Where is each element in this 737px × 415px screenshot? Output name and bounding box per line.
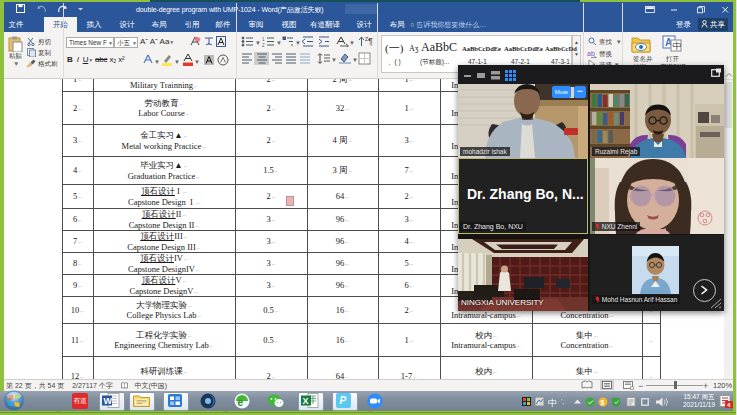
svg-text:W: W bbox=[104, 396, 113, 406]
svg-text:',: ', bbox=[561, 398, 564, 405]
svg-text:中: 中 bbox=[673, 41, 682, 51]
svg-text:P: P bbox=[340, 395, 347, 406]
svg-text:ab: ab bbox=[587, 50, 595, 57]
svg-text:▼: ▼ bbox=[174, 59, 180, 65]
svg-text:▼: ▼ bbox=[352, 57, 358, 63]
svg-text:▼: ▼ bbox=[295, 40, 301, 46]
svg-text:2: 2 bbox=[262, 43, 265, 47]
svg-text:▼: ▼ bbox=[194, 59, 200, 65]
svg-text:1: 1 bbox=[262, 37, 265, 42]
svg-text:▼: ▼ bbox=[276, 40, 282, 46]
svg-text:▼: ▼ bbox=[331, 57, 337, 63]
svg-text:$: $ bbox=[601, 399, 605, 407]
svg-text:▼: ▼ bbox=[154, 59, 160, 65]
svg-text:X: X bbox=[303, 396, 309, 406]
svg-text:▼: ▼ bbox=[255, 40, 261, 46]
svg-text:中: 中 bbox=[548, 398, 557, 408]
svg-text:▼: ▼ bbox=[349, 40, 355, 46]
svg-text:e: e bbox=[238, 397, 244, 408]
